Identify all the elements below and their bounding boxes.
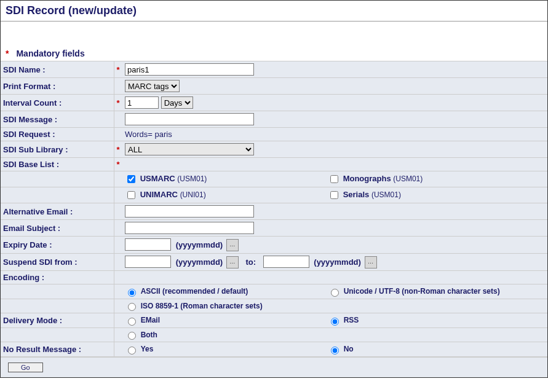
label-sdi-base-list: SDI Base List : (1, 158, 114, 171)
expiry-date-picker-button[interactable]: ... (226, 239, 239, 251)
label-print-format: Print Format : (1, 78, 114, 95)
radio-encoding-unicode[interactable] (331, 289, 339, 297)
mandatory-fields-legend: * Mandatory fields (1, 46, 547, 61)
label-delivery-rss: RSS (344, 316, 359, 324)
label-sdi-name: SDI Name : (1, 61, 114, 78)
print-format-select[interactable]: MARC tags (125, 80, 180, 92)
interval-unit-select[interactable]: Days (161, 96, 193, 109)
mandatory-asterisk: * (6, 49, 9, 58)
suspend-to-picker-button[interactable]: ... (365, 256, 377, 269)
sdi-name-input[interactable] (125, 63, 254, 76)
checkbox-monographs[interactable] (330, 175, 338, 183)
label-monographs: Monographs (USM01) (343, 174, 423, 183)
suspend-to-format: (yyyymmdd) (314, 257, 361, 267)
radio-encoding-iso[interactable] (128, 303, 136, 311)
spacer (1, 22, 547, 46)
suspend-from-format: (yyyymmdd) (176, 257, 223, 267)
label-alt-email: Alternative Email : (1, 203, 114, 220)
checkbox-serials[interactable] (330, 191, 338, 199)
label-email-subject: Email Subject : (1, 220, 114, 237)
expiry-date-input[interactable] (125, 238, 171, 251)
label-encoding-ascii: ASCII (recommended / default) (141, 287, 248, 296)
label-delivery-email: EMail (141, 316, 160, 324)
sdi-record-form: SDI Record (new/update) * Mandatory fiel… (0, 0, 548, 378)
radio-delivery-email[interactable] (128, 318, 136, 326)
button-row: Go (1, 357, 547, 377)
form-table: SDI Name : * Print Format : MARC tags In… (1, 61, 547, 357)
label-no-result-no: No (344, 345, 354, 353)
email-subject-input[interactable] (125, 222, 254, 234)
checkbox-usmarc[interactable] (127, 175, 135, 183)
page-title: SDI Record (new/update) (1, 1, 547, 22)
label-sdi-message: SDI Message : (1, 111, 114, 128)
label-encoding: Encoding : (1, 271, 114, 284)
suspend-to-input[interactable] (263, 256, 309, 268)
label-delivery-mode: Delivery Mode : (1, 313, 114, 328)
label-usmarc: USMARC (USM01) (140, 174, 207, 183)
radio-encoding-ascii[interactable] (128, 289, 136, 297)
label-expiry-date: Expiry Date : (1, 237, 114, 254)
label-serials: Serials (USM01) (343, 190, 401, 199)
label-encoding-iso: ISO 8859-1 (Roman character sets) (141, 302, 263, 310)
label-encoding-unicode: Unicode / UTF-8 (non-Roman character set… (344, 287, 500, 296)
go-button[interactable]: Go (8, 363, 43, 372)
label-suspend-from: Suspend SDI from : (1, 254, 114, 271)
radio-no-result-no[interactable] (331, 347, 339, 355)
req-sub-library: * (114, 141, 122, 158)
suspend-from-picker-button[interactable]: ... (226, 256, 239, 269)
req-interval: * (114, 95, 122, 111)
label-unimarc: UNIMARC (UNI01) (140, 190, 206, 199)
interval-count-input[interactable] (125, 96, 159, 109)
radio-no-result-yes[interactable] (128, 347, 136, 355)
sdi-message-input[interactable] (125, 113, 254, 125)
expiry-date-format: (yyyymmdd) (176, 240, 223, 249)
label-sdi-sub-library: SDI Sub Library : (1, 141, 114, 158)
label-delivery-both: Both (141, 331, 157, 339)
label-sdi-request: SDI Request : (1, 128, 114, 141)
label-interval-count: Interval Count : (1, 95, 114, 111)
radio-delivery-rss[interactable] (331, 318, 339, 326)
sdi-sub-library-select[interactable]: ALL (125, 143, 254, 155)
req-base-list: * (114, 158, 122, 171)
checkbox-unimarc[interactable] (127, 191, 135, 199)
label-no-result-yes: Yes (141, 345, 154, 353)
label-no-result: No Result Message : (1, 342, 114, 357)
req-sdi-name: * (114, 61, 122, 78)
radio-delivery-both[interactable] (128, 332, 136, 340)
mandatory-label: Mandatory fields (16, 49, 84, 58)
suspend-from-input[interactable] (125, 256, 171, 268)
sdi-request-value: Words= paris (125, 130, 172, 139)
alt-email-input[interactable] (125, 205, 254, 218)
suspend-to-label: to: (245, 257, 256, 267)
